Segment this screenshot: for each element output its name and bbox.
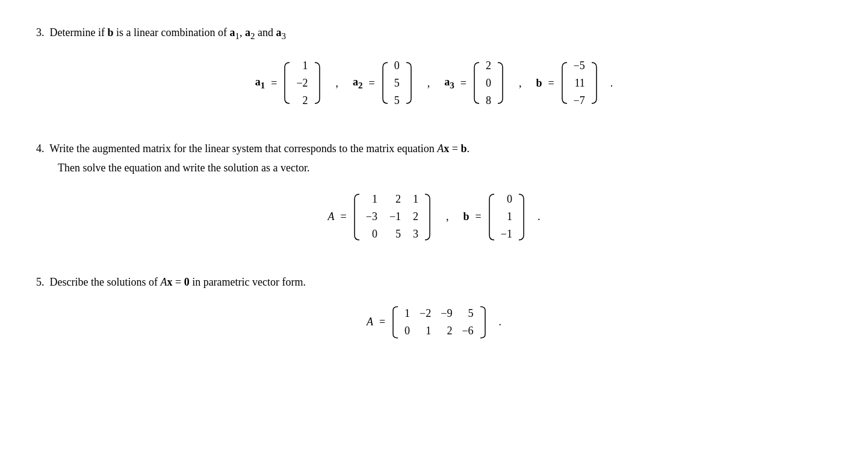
eq-sign-a3: =	[460, 77, 467, 90]
bracket-left-a3	[473, 61, 481, 105]
eq-sign-a1: =	[271, 77, 277, 90]
bracket-left-a2	[381, 61, 389, 105]
cell-a2-1: 0	[394, 58, 400, 74]
cell-b-3: −7	[574, 93, 585, 109]
vector-a3-label: a3	[444, 76, 454, 91]
cell-b-2: 11	[574, 75, 584, 91]
comma-3: ,	[519, 77, 522, 90]
matrix-A5-col2: −2 1	[415, 303, 436, 342]
problem-3: 3. Determine if b is a linear combinatio…	[36, 24, 832, 111]
vector-a2-group: a2 = 0 5 5	[353, 55, 413, 111]
vector-a2-col: 0 5 5	[389, 55, 405, 111]
period-4: .	[538, 210, 541, 223]
vector-a2-label: a2	[353, 76, 363, 91]
cell-a2-3: 5	[394, 93, 400, 109]
cell-a2-2: 5	[394, 75, 400, 91]
matrix-A-cols: 1 −3 0 2 −1 5 1 2 3	[361, 189, 423, 245]
vector-b4-col: 0 1 −1	[496, 189, 517, 245]
problem-3-text: 3. Determine if b is a linear combinatio…	[36, 24, 832, 43]
cell-a1-2: −2	[296, 75, 308, 91]
bracket-right-b4	[517, 193, 525, 241]
bracket-right-A5	[479, 305, 487, 339]
vector-a3-col: 2 0 8	[481, 55, 496, 111]
problem-5-equation: A = 1 0 −2 1 −9 2	[36, 303, 832, 342]
cell-b-1: −5	[574, 58, 585, 74]
bracket-left-A5	[391, 305, 400, 339]
cell-a3-3: 8	[486, 93, 491, 109]
cell-a1-3: 2	[303, 93, 308, 109]
matrix-A5-cols: 1 0 −2 1 −9 2 5 −6	[400, 303, 478, 342]
comma-2: ,	[427, 77, 430, 90]
matrix-A-group: A = 1 −3 0 2 −1 5	[328, 189, 432, 245]
bracket-left-a1	[283, 61, 291, 105]
matrix-A5-col3: −9 2	[436, 303, 457, 342]
problem-4-equation: A = 1 −3 0 2 −1 5	[36, 189, 832, 245]
matrix-A5-label: A	[367, 316, 373, 328]
eq-sign-A: =	[341, 210, 347, 223]
problem-4-text: 4. Write the augmented matrix for the li…	[36, 140, 832, 177]
vector-b-matrix: −5 11 −7	[560, 55, 598, 111]
bracket-right-a3	[496, 61, 504, 105]
vector-b4-label: b	[463, 210, 470, 223]
vector-b4-group: b = 0 1 −1	[463, 189, 525, 245]
cell-a3-1: 2	[486, 58, 491, 74]
matrix-A5-col4: 5 −6	[457, 303, 478, 342]
matrix-A: 1 −3 0 2 −1 5 1 2 3	[353, 189, 432, 245]
vector-a3-matrix: 2 0 8	[473, 55, 504, 111]
bracket-left-b	[560, 61, 569, 105]
vector-b-group: b = −5 11 −7	[536, 55, 598, 111]
problem-4: 4. Write the augmented matrix for the li…	[36, 140, 832, 245]
vector-b-label: b	[536, 77, 542, 90]
matrix-A5: 1 0 −2 1 −9 2 5 −6	[391, 303, 486, 342]
bracket-right-A	[423, 193, 432, 241]
matrix-A-col1: 1 −3 0	[361, 189, 382, 245]
period-3: .	[610, 77, 613, 90]
period-5: .	[499, 316, 502, 328]
vector-b4-matrix: 0 1 −1	[488, 189, 525, 245]
eq-sign-A5: =	[379, 316, 385, 328]
matrix-A-col3: 1 2 3	[406, 189, 423, 245]
bracket-right-b	[590, 61, 598, 105]
problem-5-text: 5. Describe the solutions of Ax = 0 in p…	[36, 274, 832, 291]
eq-sign-b: =	[548, 77, 554, 90]
vector-a1-label: a1	[255, 76, 265, 91]
matrix-A5-col1: 1 0	[400, 303, 415, 342]
vector-a1-group: a1 = 1 −2 2	[255, 55, 321, 111]
problem-3-equation: a1 = 1 −2 2 , a2 =	[36, 55, 832, 111]
matrix-A-col2: 2 −1 5	[382, 189, 406, 245]
eq-sign-a2: =	[369, 77, 375, 90]
vector-a2-matrix: 0 5 5	[381, 55, 413, 111]
eq-sign-b4: =	[476, 210, 482, 223]
bracket-right-a2	[405, 61, 413, 105]
vector-a1-col: 1 −2 2	[291, 55, 312, 111]
comma-1: ,	[336, 77, 339, 90]
matrix-A-label: A	[328, 210, 335, 223]
problem-5: 5. Describe the solutions of Ax = 0 in p…	[36, 274, 832, 342]
bracket-left-A	[353, 193, 361, 241]
vector-b-col: −5 11 −7	[569, 55, 590, 111]
cell-a1-1: 1	[303, 58, 308, 74]
matrix-A5-group: A = 1 0 −2 1 −9 2	[367, 303, 487, 342]
bracket-left-b4	[488, 193, 496, 241]
vector-a1-matrix: 1 −2 2	[283, 55, 321, 111]
cell-a3-2: 0	[486, 75, 491, 91]
vector-a3-group: a3 = 2 0 8	[444, 55, 504, 111]
comma-4: ,	[446, 210, 449, 223]
bracket-right-a1	[313, 61, 321, 105]
